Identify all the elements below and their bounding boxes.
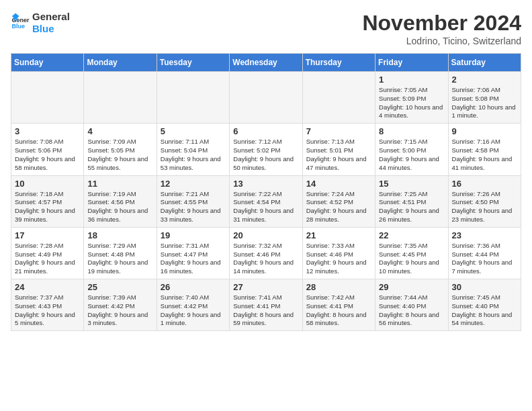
logo-blue: Blue	[32, 23, 70, 35]
day-info: Sunrise: 7:13 AM Sunset: 5:01 PM Dayligh…	[306, 138, 371, 172]
day-number: 17	[15, 230, 80, 240]
day-number: 12	[161, 179, 226, 189]
day-number: 23	[452, 230, 517, 240]
day-number: 29	[379, 282, 444, 292]
day-number: 24	[15, 282, 80, 292]
calendar-cell: 2Sunrise: 7:06 AM Sunset: 5:08 PM Daylig…	[448, 72, 521, 124]
day-header-thursday: Thursday	[302, 54, 375, 72]
day-info: Sunrise: 7:08 AM Sunset: 5:06 PM Dayligh…	[15, 138, 80, 172]
calendar-cell: 16Sunrise: 7:26 AM Sunset: 4:50 PM Dayli…	[448, 175, 521, 227]
day-number: 20	[233, 230, 298, 240]
day-number: 21	[306, 230, 371, 240]
day-number: 2	[452, 75, 517, 85]
calendar-cell	[157, 72, 229, 124]
calendar-cell: 24Sunrise: 7:37 AM Sunset: 4:43 PM Dayli…	[11, 279, 84, 331]
day-number: 6	[233, 126, 298, 136]
calendar-cell: 11Sunrise: 7:19 AM Sunset: 4:56 PM Dayli…	[84, 175, 157, 227]
day-number: 14	[306, 179, 371, 189]
calendar-cell: 13Sunrise: 7:22 AM Sunset: 4:54 PM Dayli…	[230, 175, 302, 227]
day-number: 1	[379, 75, 444, 85]
calendar-cell: 28Sunrise: 7:42 AM Sunset: 4:41 PM Dayli…	[302, 279, 375, 331]
calendar-week-1: 1Sunrise: 7:05 AM Sunset: 5:09 PM Daylig…	[11, 72, 521, 124]
day-info: Sunrise: 7:44 AM Sunset: 4:40 PM Dayligh…	[379, 293, 444, 328]
day-number: 28	[306, 282, 371, 292]
calendar-cell: 4Sunrise: 7:09 AM Sunset: 5:05 PM Daylig…	[84, 124, 157, 175]
day-info: Sunrise: 7:18 AM Sunset: 4:57 PM Dayligh…	[15, 190, 80, 224]
calendar-cell: 15Sunrise: 7:25 AM Sunset: 4:51 PM Dayli…	[375, 175, 448, 227]
day-number: 9	[452, 126, 517, 136]
day-number: 11	[87, 179, 152, 189]
day-number: 13	[233, 179, 298, 189]
day-header-monday: Monday	[84, 54, 157, 72]
calendar-cell: 20Sunrise: 7:32 AM Sunset: 4:46 PM Dayli…	[230, 227, 302, 279]
day-number: 30	[452, 282, 517, 292]
calendar-cell: 19Sunrise: 7:31 AM Sunset: 4:47 PM Dayli…	[157, 227, 229, 279]
logo-icon: General Blue	[11, 13, 30, 32]
day-number: 10	[15, 179, 80, 189]
day-header-sunday: Sunday	[11, 54, 84, 72]
day-info: Sunrise: 7:32 AM Sunset: 4:46 PM Dayligh…	[233, 242, 298, 276]
calendar-cell: 30Sunrise: 7:45 AM Sunset: 4:40 PM Dayli…	[448, 279, 521, 331]
title-area: November 2024 Lodrino, Ticino, Switzerla…	[362, 11, 521, 46]
location: Lodrino, Ticino, Switzerland	[362, 36, 521, 46]
day-info: Sunrise: 7:19 AM Sunset: 4:56 PM Dayligh…	[87, 190, 152, 224]
day-info: Sunrise: 7:37 AM Sunset: 4:43 PM Dayligh…	[15, 293, 80, 328]
calendar-week-2: 3Sunrise: 7:08 AM Sunset: 5:06 PM Daylig…	[11, 124, 521, 175]
svg-text:Blue: Blue	[11, 23, 25, 30]
day-number: 25	[87, 282, 152, 292]
day-info: Sunrise: 7:24 AM Sunset: 4:52 PM Dayligh…	[306, 190, 371, 224]
day-header-friday: Friday	[375, 54, 448, 72]
logo: General Blue General Blue	[11, 11, 70, 35]
calendar-cell	[84, 72, 157, 124]
day-info: Sunrise: 7:31 AM Sunset: 4:47 PM Dayligh…	[161, 242, 226, 276]
calendar-cell: 6Sunrise: 7:12 AM Sunset: 5:02 PM Daylig…	[230, 124, 302, 175]
day-info: Sunrise: 7:33 AM Sunset: 4:46 PM Dayligh…	[306, 242, 371, 276]
calendar-table: SundayMondayTuesdayWednesdayThursdayFrid…	[11, 53, 521, 331]
day-info: Sunrise: 7:42 AM Sunset: 4:41 PM Dayligh…	[306, 293, 371, 328]
day-info: Sunrise: 7:29 AM Sunset: 4:48 PM Dayligh…	[87, 242, 152, 276]
calendar-cell: 9Sunrise: 7:16 AM Sunset: 4:58 PM Daylig…	[448, 124, 521, 175]
day-header-wednesday: Wednesday	[230, 54, 302, 72]
day-info: Sunrise: 7:35 AM Sunset: 4:45 PM Dayligh…	[379, 242, 444, 276]
day-info: Sunrise: 7:16 AM Sunset: 4:58 PM Dayligh…	[452, 138, 517, 172]
day-number: 22	[379, 230, 444, 240]
day-info: Sunrise: 7:06 AM Sunset: 5:08 PM Dayligh…	[452, 86, 517, 120]
calendar-cell: 21Sunrise: 7:33 AM Sunset: 4:46 PM Dayli…	[302, 227, 375, 279]
calendar-cell: 7Sunrise: 7:13 AM Sunset: 5:01 PM Daylig…	[302, 124, 375, 175]
calendar-cell: 14Sunrise: 7:24 AM Sunset: 4:52 PM Dayli…	[302, 175, 375, 227]
calendar-cell: 3Sunrise: 7:08 AM Sunset: 5:06 PM Daylig…	[11, 124, 84, 175]
calendar-cell: 17Sunrise: 7:28 AM Sunset: 4:49 PM Dayli…	[11, 227, 84, 279]
day-number: 19	[161, 230, 226, 240]
day-info: Sunrise: 7:28 AM Sunset: 4:49 PM Dayligh…	[15, 242, 80, 276]
calendar-cell: 26Sunrise: 7:40 AM Sunset: 4:42 PM Dayli…	[157, 279, 229, 331]
calendar-week-3: 10Sunrise: 7:18 AM Sunset: 4:57 PM Dayli…	[11, 175, 521, 227]
day-number: 8	[379, 126, 444, 136]
day-number: 15	[379, 179, 444, 189]
day-number: 26	[161, 282, 226, 292]
day-number: 16	[452, 179, 517, 189]
calendar-cell: 8Sunrise: 7:15 AM Sunset: 5:00 PM Daylig…	[375, 124, 448, 175]
day-info: Sunrise: 7:22 AM Sunset: 4:54 PM Dayligh…	[233, 190, 298, 224]
day-number: 18	[87, 230, 152, 240]
calendar-cell	[302, 72, 375, 124]
calendar-cell: 12Sunrise: 7:21 AM Sunset: 4:55 PM Dayli…	[157, 175, 229, 227]
calendar-cell: 1Sunrise: 7:05 AM Sunset: 5:09 PM Daylig…	[375, 72, 448, 124]
calendar-cell: 27Sunrise: 7:41 AM Sunset: 4:41 PM Dayli…	[230, 279, 302, 331]
calendar-cell: 23Sunrise: 7:36 AM Sunset: 4:44 PM Dayli…	[448, 227, 521, 279]
day-info: Sunrise: 7:39 AM Sunset: 4:42 PM Dayligh…	[87, 293, 152, 328]
day-info: Sunrise: 7:41 AM Sunset: 4:41 PM Dayligh…	[233, 293, 298, 328]
calendar-cell	[11, 72, 84, 124]
calendar-week-5: 24Sunrise: 7:37 AM Sunset: 4:43 PM Dayli…	[11, 279, 521, 331]
day-info: Sunrise: 7:12 AM Sunset: 5:02 PM Dayligh…	[233, 138, 298, 172]
calendar-cell	[230, 72, 302, 124]
day-header-tuesday: Tuesday	[157, 54, 229, 72]
day-header-saturday: Saturday	[448, 54, 521, 72]
day-info: Sunrise: 7:11 AM Sunset: 5:04 PM Dayligh…	[161, 138, 226, 172]
calendar-week-4: 17Sunrise: 7:28 AM Sunset: 4:49 PM Dayli…	[11, 227, 521, 279]
day-info: Sunrise: 7:25 AM Sunset: 4:51 PM Dayligh…	[379, 190, 444, 224]
day-info: Sunrise: 7:40 AM Sunset: 4:42 PM Dayligh…	[161, 293, 226, 328]
month-title: November 2024	[362, 11, 521, 36]
day-number: 7	[306, 126, 371, 136]
calendar-cell: 18Sunrise: 7:29 AM Sunset: 4:48 PM Dayli…	[84, 227, 157, 279]
day-info: Sunrise: 7:05 AM Sunset: 5:09 PM Dayligh…	[379, 86, 444, 120]
